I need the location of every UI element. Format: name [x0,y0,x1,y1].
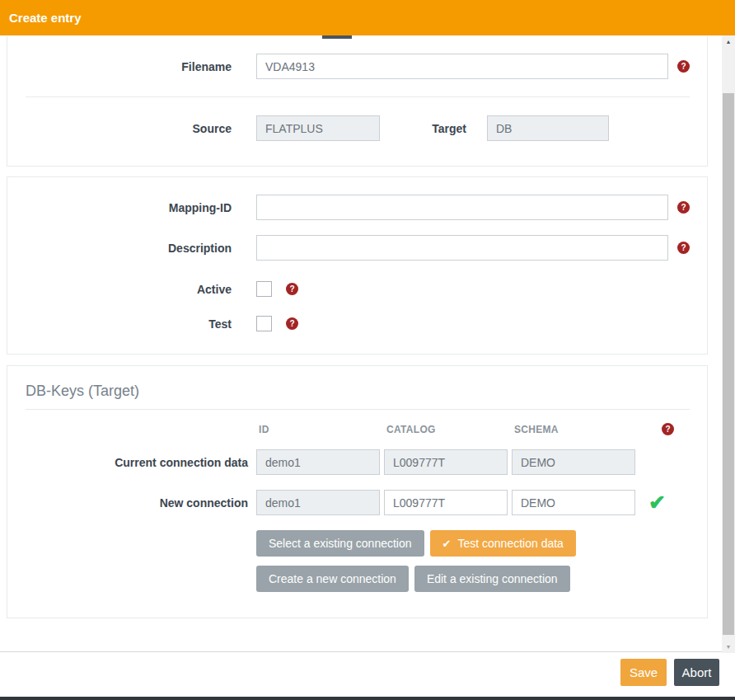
footer-bar: Save Abort [0,652,735,697]
db-keys-column-headers: ID CATALOG SCHEMA ? [256,423,707,435]
db-keys-panel: DB-Keys (Target) ID CATALOG SCHEMA ? Cur… [7,365,708,618]
abort-button[interactable]: Abort [674,659,719,686]
new-id-input [256,490,380,515]
target-label: Target [380,122,466,135]
panel-divider [26,409,690,410]
connection-buttons-row-1: Select a existing connection ✔ Test conn… [256,530,707,557]
current-connection-label: Current connection data [7,456,248,469]
target-input [487,115,609,141]
create-new-connection-button[interactable]: Create a new connection [256,566,409,592]
scroll-down-icon[interactable]: ▼ [722,644,735,650]
column-header-catalog: CATALOG [384,424,512,435]
filename-row: Filename ? [7,54,707,79]
mapping-id-label: Mapping-ID [7,201,232,214]
column-header-schema: SCHEMA [512,424,639,435]
scrollbar-thumb[interactable] [723,93,734,635]
help-icon[interactable]: ? [677,60,690,73]
current-id-input [256,449,380,475]
help-icon[interactable]: ? [286,317,298,330]
connection-buttons-row-2: Create a new connection Edit a existing … [256,566,707,592]
bottom-border [0,697,735,700]
column-header-id: ID [256,424,384,435]
new-catalog-input[interactable] [384,490,508,515]
active-row: Active ? [7,281,707,297]
test-row: Test ? [7,316,707,331]
test-connection-button[interactable]: ✔ Test connection data [430,530,576,557]
select-existing-connection-button[interactable]: Select a existing connection [256,530,424,557]
current-schema-input [512,449,635,475]
help-icon[interactable]: ? [677,201,690,214]
help-icon[interactable]: ? [662,423,674,435]
check-icon: ✔ [442,538,452,550]
active-tab-indicator [322,35,352,39]
form-content: Filename ? Source Target Mapping-ID ? De… [0,35,722,653]
current-connection-row: Current connection data [7,449,707,475]
dialog-header: Create entry [0,0,735,35]
panel-divider [26,96,690,97]
new-schema-input[interactable] [512,490,635,515]
help-icon[interactable]: ? [286,283,298,295]
connection-valid-check-icon: ✔ [648,492,666,513]
mapping-panel: Mapping-ID ? Description ? Active ? Test… [7,176,708,355]
source-input [256,115,380,141]
active-label: Active [7,283,232,296]
test-label: Test [7,317,232,331]
help-icon[interactable]: ? [677,242,690,254]
new-connection-row: New connection ✔ [7,490,707,515]
file-panel: Filename ? Source Target [7,36,708,167]
test-connection-label: Test connection data [457,537,563,550]
filename-label: Filename [7,60,232,73]
description-row: Description ? [7,235,707,261]
mapping-id-input[interactable] [256,195,668,220]
scroll-up-icon[interactable]: ▲ [722,39,735,45]
new-connection-label: New connection [7,496,248,510]
source-target-row: Source Target [7,115,707,141]
db-keys-title: DB-Keys (Target) [26,383,707,400]
test-checkbox[interactable] [256,316,272,331]
select-existing-connection-label: Select a existing connection [269,537,412,550]
current-catalog-input [384,449,508,475]
dialog-title: Create entry [9,11,82,25]
edit-existing-connection-label: Edit a existing connection [427,572,558,585]
description-label: Description [7,242,232,255]
description-input[interactable] [256,235,668,261]
edit-existing-connection-button[interactable]: Edit a existing connection [414,566,570,592]
filename-input[interactable] [256,54,668,79]
source-label: Source [7,122,232,135]
create-new-connection-label: Create a new connection [269,572,396,585]
mapping-id-row: Mapping-ID ? [7,195,707,220]
vertical-scrollbar[interactable]: ▲ ▼ [722,35,735,653]
active-checkbox[interactable] [256,281,272,297]
save-button[interactable]: Save [620,659,667,686]
